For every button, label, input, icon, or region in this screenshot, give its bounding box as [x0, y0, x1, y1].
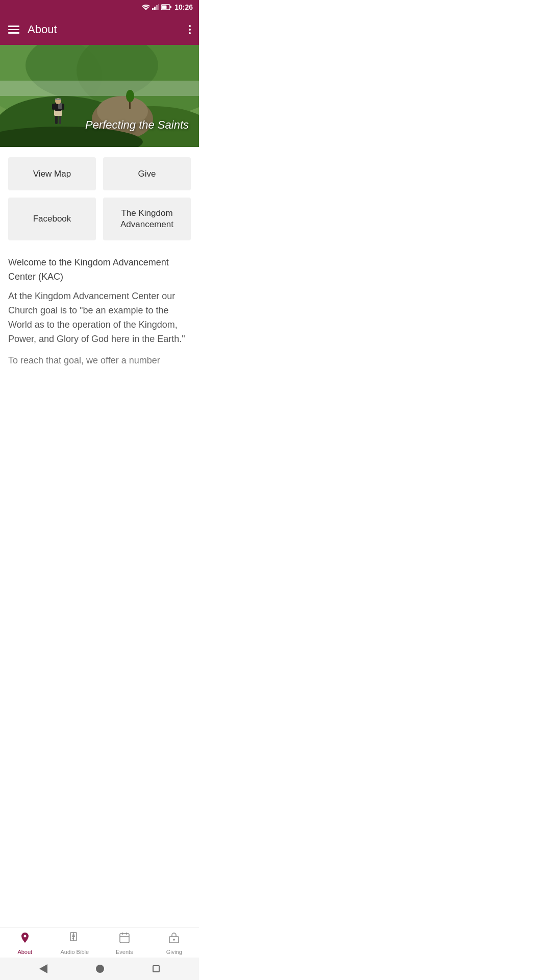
svg-rect-26	[52, 104, 55, 110]
view-map-button[interactable]: View Map	[8, 157, 96, 190]
more-options-button[interactable]	[189, 25, 191, 34]
svg-rect-6	[170, 6, 172, 8]
hero-image: Perfecting the Saints	[0, 45, 199, 147]
wifi-icon	[142, 4, 150, 10]
body-text: At the Kingdom Advancement Center our Ch…	[8, 289, 191, 347]
status-time: 10:26	[174, 3, 193, 11]
svg-rect-4	[158, 4, 159, 10]
give-button[interactable]: Give	[103, 157, 191, 190]
svg-point-18	[126, 90, 134, 102]
status-bar: 10:26	[0, 0, 199, 14]
truncated-text: To reach that goal, we offer a number	[8, 354, 191, 368]
svg-rect-2	[154, 7, 156, 10]
hero-scene	[0, 45, 199, 147]
kingdom-line2: Advancement	[120, 219, 173, 230]
kingdom-button[interactable]: The Kingdom Advancement	[103, 198, 191, 240]
svg-rect-1	[152, 8, 154, 10]
svg-rect-27	[62, 104, 64, 110]
svg-rect-3	[156, 5, 158, 10]
facebook-button[interactable]: Facebook	[8, 198, 96, 240]
toolbar: About	[0, 14, 199, 45]
hero-tagline: Perfecting the Saints	[85, 118, 189, 132]
content-section: Welcome to the Kingdom Advancement Cente…	[0, 246, 199, 376]
battery-icon	[161, 4, 171, 10]
welcome-title: Welcome to the Kingdom Advancement Cente…	[8, 256, 191, 284]
svg-rect-12	[0, 81, 199, 96]
svg-rect-7	[162, 6, 167, 9]
status-icons	[142, 4, 171, 10]
menu-button[interactable]	[8, 26, 19, 34]
kingdom-line1: The Kingdom	[121, 208, 172, 219]
action-buttons: View Map Give Facebook The Kingdom Advan…	[0, 147, 199, 246]
svg-point-0	[145, 9, 147, 11]
signal-icon	[152, 4, 159, 10]
svg-rect-25	[55, 99, 61, 100]
page-title: About	[28, 23, 189, 36]
